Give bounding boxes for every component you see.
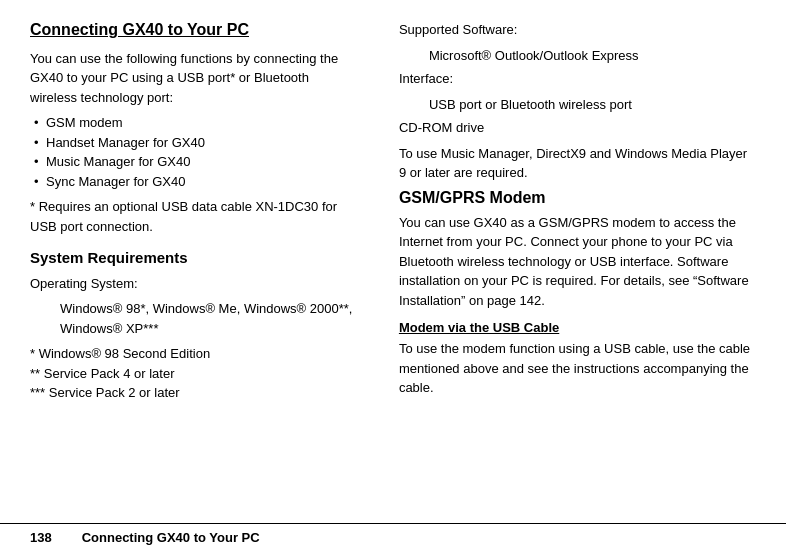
supported-software-value: Microsoft® Outlook/Outlook Express — [399, 46, 756, 66]
list-item: Handset Manager for GX40 — [34, 133, 359, 153]
supported-software-label: Supported Software: — [399, 20, 756, 40]
footnote-1: * Windows® 98 Second Edition — [30, 344, 359, 364]
footer-page-number: 138 — [30, 530, 52, 545]
left-column: Connecting GX40 to Your PC You can use t… — [30, 20, 369, 513]
footnote-block: * Windows® 98 Second Edition ** Service … — [30, 344, 359, 403]
intro-text: You can use the following functions by c… — [30, 49, 359, 108]
list-item: GSM modem — [34, 113, 359, 133]
main-title: Connecting GX40 to Your PC — [30, 20, 359, 41]
footnote-asterisk: * Requires an optional USB data cable XN… — [30, 197, 359, 236]
footer-title: Connecting GX40 to Your PC — [82, 530, 260, 545]
cdrom-label: CD-ROM drive — [399, 118, 756, 138]
gsm-text: You can use GX40 as a GSM/GPRS modem to … — [399, 213, 756, 311]
interface-label: Interface: — [399, 69, 756, 89]
footnote-2: ** Service Pack 4 or later — [30, 364, 359, 384]
gsm-title: GSM/GPRS Modem — [399, 189, 756, 207]
os-versions: Windows® 98*, Windows® Me, Windows® 2000… — [30, 299, 359, 338]
content-area: Connecting GX40 to Your PC You can use t… — [0, 0, 786, 523]
page-container: Connecting GX40 to Your PC You can use t… — [0, 0, 786, 551]
music-manager-note: To use Music Manager, DirectX9 and Windo… — [399, 144, 756, 183]
footer-bar: 138 Connecting GX40 to Your PC — [0, 523, 786, 551]
system-req-title: System Requirements — [30, 248, 359, 268]
bullet-list: GSM modem Handset Manager for GX40 Music… — [34, 113, 359, 191]
list-item: Music Manager for GX40 — [34, 152, 359, 172]
list-item: Sync Manager for GX40 — [34, 172, 359, 192]
modem-usb-text: To use the modem function using a USB ca… — [399, 339, 756, 398]
os-label: Operating System: — [30, 274, 359, 294]
modem-usb-subtitle: Modem via the USB Cable — [399, 320, 756, 335]
interface-value: USB port or Bluetooth wireless port — [399, 95, 756, 115]
right-column: Supported Software: Microsoft® Outlook/O… — [389, 20, 756, 513]
footnote-3: *** Service Pack 2 or later — [30, 383, 359, 403]
